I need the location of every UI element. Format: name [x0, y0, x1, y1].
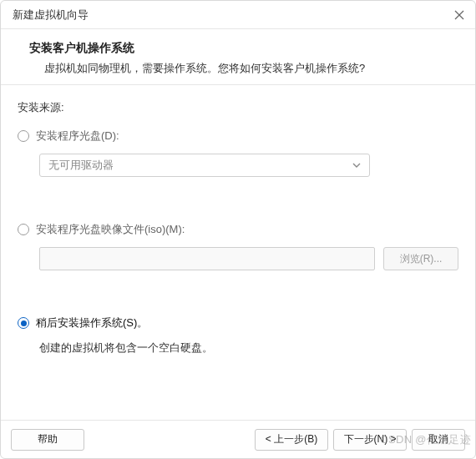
cancel-button[interactable]: 取消	[412, 429, 465, 451]
wizard-window: 新建虚拟机向导 安装客户机操作系统 虚拟机如同物理机，需要操作系统。您将如何安装…	[0, 0, 476, 459]
install-later-desc: 创建的虚拟机将包含一个空白硬盘。	[18, 340, 458, 356]
iso-path-input[interactable]	[39, 247, 375, 270]
radio-icon	[18, 130, 29, 142]
header-title: 安装客户机操作系统	[29, 41, 457, 56]
radio-icon	[18, 224, 29, 235]
drive-select-value: 无可用驱动器	[48, 158, 114, 173]
back-button[interactable]: < 上一步(B)	[255, 429, 328, 451]
radio-iso-file[interactable]: 安装程序光盘映像文件(iso)(M):	[18, 222, 458, 237]
wizard-header: 安装客户机操作系统 虚拟机如同物理机，需要操作系统。您将如何安装客户机操作系统?	[1, 29, 475, 85]
iso-field-wrap: 浏览(R)...	[18, 247, 458, 270]
titlebar: 新建虚拟机向导	[1, 1, 475, 29]
window-title: 新建虚拟机向导	[13, 8, 89, 23]
radio-label-iso: 安装程序光盘映像文件(iso)(M):	[36, 222, 185, 237]
drive-select[interactable]: 无可用驱动器	[39, 154, 370, 177]
close-icon[interactable]	[453, 9, 465, 21]
help-button[interactable]: 帮助	[11, 429, 84, 451]
drive-select-wrap: 无可用驱动器	[18, 154, 458, 177]
wizard-content: 安装来源: 安装程序光盘(D): 无可用驱动器 安装程序光盘映像文件(iso)(…	[1, 85, 475, 420]
radio-label-disc: 安装程序光盘(D):	[36, 129, 119, 144]
install-source-label: 安装来源:	[18, 100, 458, 115]
header-subtitle: 虚拟机如同物理机，需要操作系统。您将如何安装客户机操作系统?	[29, 61, 457, 76]
browse-button[interactable]: 浏览(R)...	[383, 247, 458, 270]
wizard-footer: 帮助 < 上一步(B) 下一步(N) > 取消	[1, 420, 475, 458]
radio-icon-checked	[18, 317, 29, 329]
radio-label-later: 稍后安装操作系统(S)。	[36, 315, 148, 330]
next-button[interactable]: 下一步(N) >	[333, 429, 407, 451]
chevron-down-icon	[352, 161, 361, 169]
radio-installer-disc[interactable]: 安装程序光盘(D):	[18, 129, 458, 144]
radio-install-later[interactable]: 稍后安装操作系统(S)。	[18, 315, 458, 330]
